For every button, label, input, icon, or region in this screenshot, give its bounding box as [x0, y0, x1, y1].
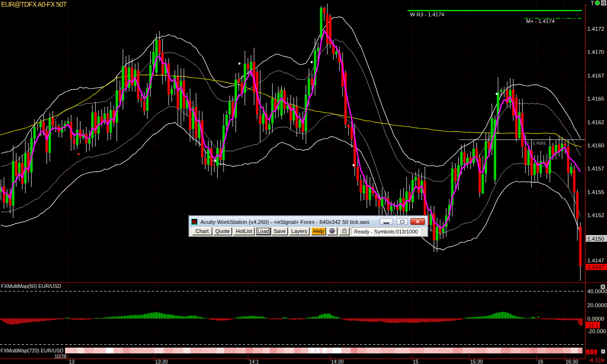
svg-text:14:30: 14:30 — [331, 359, 343, 364]
svg-text:FXMultiMap(720) EUR/USD: FXMultiMap(720) EUR/USD — [0, 348, 64, 353]
svg-text:-11.1: -11.1 — [586, 323, 598, 328]
svg-text:0.0000: 0.0000 — [587, 316, 604, 322]
svg-text:14:1: 14:1 — [249, 359, 259, 364]
svg-text:1.4147: 1.4147 — [587, 264, 604, 270]
svg-text:40.0000: 40.0000 — [587, 288, 607, 294]
svg-text:1.4152: 1.4152 — [587, 212, 604, 218]
svg-text:15: 15 — [413, 359, 419, 364]
svg-text:13:30: 13:30 — [155, 359, 168, 364]
svg-text:T: T — [591, 0, 594, 7]
svg-text:16: 16 — [538, 359, 543, 364]
svg-text:15:30: 15:30 — [470, 359, 483, 364]
svg-text:1.4160: 1.4160 — [587, 143, 604, 148]
svg-text:1.4155: 1.4155 — [587, 189, 604, 195]
svg-text:FXMultiMap(60) EUR/USD: FXMultiMap(60) EUR/USD — [1, 283, 61, 289]
svg-text:1.4150: 1.4150 — [587, 236, 604, 242]
svg-text:P - 1.4161: P - 1.4161 — [526, 141, 546, 145]
svg-text:EUR@TDFX A0-FX 50T: EUR@TDFX A0-FX 50T — [1, 0, 67, 8]
svg-text:M+ - 1.4174: M+ - 1.4174 — [526, 18, 554, 24]
svg-text:1.4162: 1.4162 — [587, 119, 604, 125]
svg-text:1.4165: 1.4165 — [587, 96, 604, 102]
svg-text:1.4170: 1.4170 — [587, 49, 604, 55]
svg-text:1.4172: 1.4172 — [587, 26, 604, 32]
svg-text:13: 13 — [69, 359, 75, 364]
svg-text:20.0000: 20.0000 — [587, 302, 607, 308]
svg-text:16:30: 16:30 — [566, 359, 578, 364]
svg-text:1.4167: 1.4167 — [587, 73, 604, 78]
svg-text:1.4147: 1.4147 — [587, 258, 604, 263]
svg-text:-9.5: -9.5 — [587, 350, 595, 355]
svg-text:-20.000: -20.000 — [587, 328, 606, 334]
svg-text:10/28: 10/28 — [54, 354, 66, 359]
svg-text:1.4157: 1.4157 — [587, 166, 604, 171]
svg-text:W R3 - 1.4174: W R3 - 1.4174 — [410, 12, 444, 17]
